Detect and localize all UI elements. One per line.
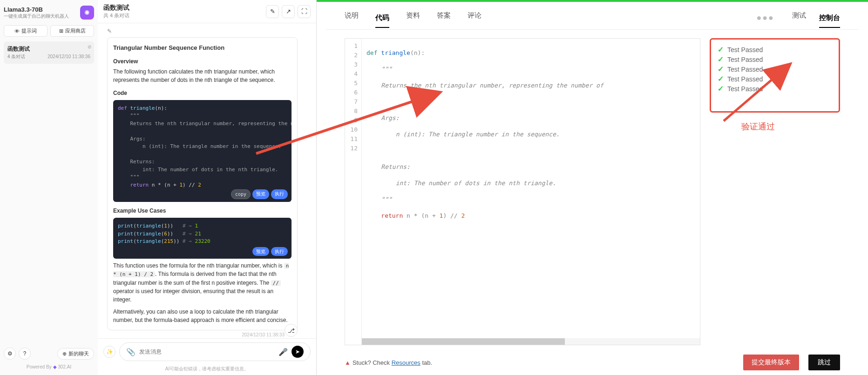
- code-content[interactable]: def triangle(n): """ Returns the nth tri…: [362, 39, 700, 345]
- new-chat-label: 新的聊天: [68, 350, 89, 357]
- tab-explain[interactable]: 说明: [345, 11, 359, 25]
- code-editor[interactable]: 123456789101112 def triangle(n): """ Ret…: [345, 38, 700, 345]
- resources-link[interactable]: Resources: [392, 359, 420, 366]
- conversation-card[interactable]: ⊘ 函数测试 4 条对话 2024/12/10 11:38:36: [4, 41, 94, 64]
- model-title: Llama3.3-70B: [4, 6, 76, 13]
- tab-resources[interactable]: 资料: [406, 11, 420, 25]
- disclaimer: AI可能会犯错误，请考虑核实重要信息。: [98, 365, 316, 375]
- test-result-row: ✓Test Passed: [718, 55, 832, 64]
- send-button[interactable]: ➤: [292, 346, 304, 358]
- run-button-2[interactable]: 执行: [271, 247, 288, 256]
- tab-console[interactable]: 控制台: [819, 13, 840, 28]
- model-header: Llama3.3-70B 一键生成属于自己的聊天机器人 ✺: [4, 4, 94, 23]
- line-gutter: 123456789101112: [345, 39, 362, 345]
- model-logo-icon: ✺: [80, 6, 94, 20]
- new-chat-button[interactable]: ⊕ 新的聊天: [57, 348, 94, 360]
- chat-app: Llama3.3-70B 一键生成属于自己的聊天机器人 ✺ 👁 提示词 ⊞ 应用…: [0, 0, 317, 375]
- message-time: 2024/12/10 11:38:33: [107, 332, 298, 337]
- code-block-examples: print(triangle(1)) # → 1 print(triangle(…: [113, 218, 292, 259]
- message-input[interactable]: [139, 348, 275, 355]
- test-results-panel: ✓Test Passed ✓Test Passed ✓Test Passed ✓…: [710, 38, 840, 113]
- more-icon[interactable]: ●●●: [756, 13, 774, 23]
- overview-text: The following function calculates the nt…: [113, 67, 292, 84]
- test-result-row: ✓Test Passed: [718, 65, 832, 74]
- bottom-row: ▲Stuck? Check Resources tab. 提交最终版本 跳过: [326, 350, 859, 375]
- sidebar: Llama3.3-70B 一键生成属于自己的聊天机器人 ✺ 👁 提示词 ⊞ 应用…: [0, 0, 98, 375]
- tab-code[interactable]: 代码: [375, 13, 389, 28]
- conversation-title: 函数测试: [7, 45, 90, 53]
- code-heading: Code: [113, 89, 292, 97]
- check-icon: ✓: [718, 45, 724, 54]
- coding-panel: 说明 代码 资料 答案 评论 ●●● 测试 控制台 12345678910111…: [317, 0, 868, 375]
- check-icon: ✓: [718, 65, 724, 74]
- assistant-message: Triangular Number Sequence Function Over…: [107, 37, 298, 330]
- chat-body[interactable]: ✎ Triangular Number Sequence Function Ov…: [98, 23, 316, 338]
- preview-button-2[interactable]: 预览: [252, 247, 269, 256]
- prompt-button[interactable]: 👁 提示词: [4, 25, 47, 37]
- conversation-count: 4 条对话: [7, 54, 25, 60]
- tools-icon[interactable]: ✨: [103, 346, 115, 358]
- prompt-button-label: 提示词: [21, 27, 37, 34]
- close-icon[interactable]: ⊘: [88, 44, 91, 49]
- expand-icon[interactable]: ⛶: [298, 5, 311, 18]
- preview-button[interactable]: 预览: [252, 189, 269, 199]
- run-button[interactable]: 执行: [271, 189, 288, 199]
- message-heading: Triangular Number Sequence Function: [113, 43, 292, 53]
- check-icon: ✓: [718, 74, 724, 83]
- check-icon: ✓: [718, 84, 724, 93]
- mic-icon[interactable]: 🎤: [278, 348, 288, 356]
- tab-test[interactable]: 测试: [792, 11, 806, 25]
- edit-icon[interactable]: ✎: [266, 5, 279, 18]
- stuck-hint: ▲Stuck? Check Resources tab.: [345, 359, 432, 366]
- app-store-button-label: 应用商店: [65, 27, 86, 34]
- app-store-button[interactable]: ⊞ 应用商店: [50, 25, 94, 37]
- copy-button[interactable]: copy: [231, 189, 251, 199]
- skip-button[interactable]: 跳过: [808, 355, 840, 370]
- tabs-row: 说明 代码 资料 答案 评论 ●●● 测试 控制台: [326, 2, 859, 30]
- tab-answer[interactable]: 答案: [437, 11, 451, 25]
- chat-title: 函数测试: [103, 4, 263, 12]
- share-icon[interactable]: ↗: [282, 5, 295, 18]
- explanation-1: This function uses the formula for the n…: [113, 261, 292, 304]
- pencil-icon[interactable]: ✎: [107, 28, 298, 34]
- attach-icon[interactable]: 📎: [126, 348, 136, 356]
- examples-heading: Example Use Cases: [113, 207, 292, 215]
- conversation-time: 2024/12/10 11:38:36: [47, 54, 90, 59]
- warning-icon: ▲: [345, 359, 351, 366]
- workspace: 123456789101112 def triangle(n): """ Ret…: [326, 30, 859, 350]
- chat-area: 函数测试 共 4 条对话 ✎ ↗ ⛶ ✎ Triangular Number S…: [98, 0, 316, 375]
- help-icon[interactable]: ?: [19, 348, 31, 360]
- test-result-row: ✓Test Passed: [718, 45, 832, 54]
- test-result-row: ✓Test Passed: [718, 84, 832, 93]
- chat-header: 函数测试 共 4 条对话 ✎ ↗ ⛶: [98, 0, 316, 23]
- tab-comments[interactable]: 评论: [468, 11, 481, 25]
- test-result-row: ✓Test Passed: [718, 74, 832, 83]
- check-icon: ✓: [718, 55, 724, 64]
- settings-icon[interactable]: ⚙: [4, 348, 16, 360]
- model-subtitle: 一键生成属于自己的聊天机器人: [4, 13, 76, 20]
- explanation-2: Alternatively, you can also use a loop t…: [113, 308, 292, 324]
- inline-code-2: //: [271, 280, 281, 286]
- input-bar: ✨ 📎 🎤 ➤: [98, 338, 316, 365]
- code-block-main: def triangle(n): """ Returns the nth tri…: [113, 100, 292, 202]
- horizontal-scrollbar[interactable]: [362, 338, 700, 345]
- submit-button[interactable]: 提交最终版本: [743, 355, 799, 370]
- overview-heading: Overview: [113, 57, 292, 66]
- chat-subtitle: 共 4 条对话: [103, 12, 263, 19]
- branch-icon[interactable]: ⎇: [285, 324, 298, 337]
- message-input-box[interactable]: 📎 🎤 ➤: [119, 342, 311, 361]
- powered-by: Powered By ◆ 302.AI: [4, 362, 94, 371]
